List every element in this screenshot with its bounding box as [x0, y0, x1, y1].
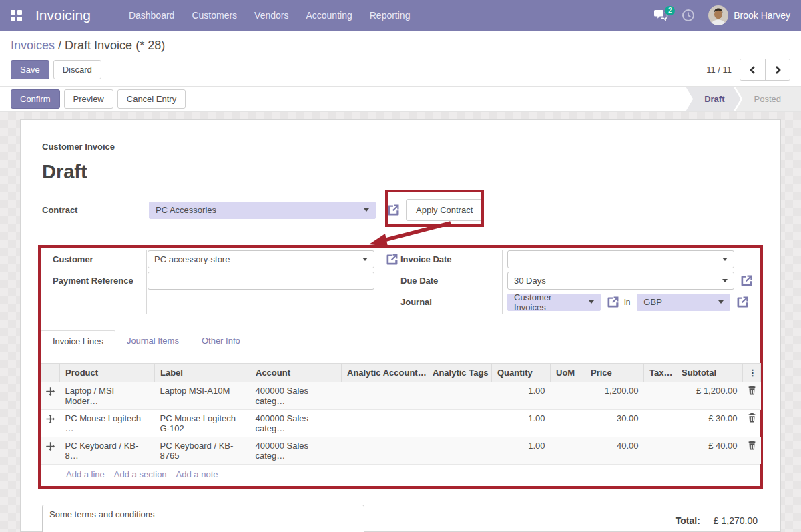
col-uom[interactable]: UoM [551, 364, 585, 382]
customer-select[interactable]: PC accessory-store [148, 250, 374, 268]
drag-handle-icon[interactable] [46, 386, 55, 396]
delete-row-icon[interactable] [748, 441, 756, 450]
delete-row-icon[interactable] [748, 413, 756, 423]
due-date-external-link-icon[interactable] [741, 275, 752, 286]
cell-uom[interactable] [551, 437, 585, 465]
cell-price[interactable]: 1,200.00 [585, 382, 644, 410]
contract-external-link-icon[interactable] [388, 204, 399, 216]
col-label[interactable]: Label [155, 364, 250, 382]
status-posted[interactable]: Posted [736, 87, 801, 111]
tab-other-info[interactable]: Other Info [190, 330, 252, 352]
terms-textarea[interactable]: Some terms and conditions [42, 505, 364, 532]
user-menu[interactable]: Brook Harvey [708, 5, 790, 25]
col-quantity[interactable]: Quantity [492, 364, 551, 382]
col-analytic-tags[interactable]: Analytic Tags [427, 364, 492, 382]
cell-quantity[interactable]: 1.00 [492, 437, 551, 465]
journal-select[interactable]: Customer Invoices [507, 294, 601, 311]
apps-menu-icon[interactable] [11, 10, 22, 21]
cell-analytic-account[interactable] [342, 437, 427, 465]
statusbar: Draft Posted [686, 87, 801, 111]
table-row[interactable]: PC Keyboard / KB-8… PC Keyboard / KB-876… [41, 437, 761, 465]
payment-reference-label: Payment Reference [53, 276, 148, 286]
cell-quantity[interactable]: 1.00 [492, 382, 551, 410]
preview-button[interactable]: Preview [64, 89, 113, 109]
drag-handle-icon[interactable] [46, 441, 55, 451]
cancel-entry-button[interactable]: Cancel Entry [117, 89, 186, 109]
cell-tax[interactable] [644, 410, 676, 437]
app-title[interactable]: Invoicing [35, 7, 91, 23]
delete-row-icon[interactable] [748, 386, 756, 395]
activities-icon[interactable] [682, 9, 695, 22]
cell-quantity[interactable]: 1.00 [492, 410, 551, 437]
col-price[interactable]: Price [585, 364, 644, 382]
cell-label[interactable]: PC Mouse Logitech G-102 [155, 410, 250, 437]
cell-account[interactable]: 400000 Sales categ… [250, 437, 342, 465]
pager-previous-button[interactable] [740, 59, 765, 80]
cell-price[interactable]: 30.00 [585, 410, 644, 437]
cell-tax[interactable] [644, 437, 676, 465]
cell-label[interactable]: PC Keyboard / KB-8765 [155, 437, 250, 465]
customer-external-link-icon[interactable] [386, 254, 398, 265]
cell-account[interactable]: 400000 Sales categ… [250, 382, 342, 410]
add-a-line-link[interactable]: Add a line [66, 469, 105, 479]
cell-subtotal: £ 40.00 [676, 437, 743, 465]
cell-product[interactable]: PC Mouse Logitech … [60, 410, 155, 437]
cell-uom[interactable] [551, 410, 585, 437]
menu-reporting[interactable]: Reporting [361, 5, 419, 26]
journal-in-label: in [624, 298, 630, 307]
tab-invoice-lines[interactable]: Invoice Lines [41, 330, 115, 352]
col-product[interactable]: Product [60, 364, 155, 382]
menu-customers[interactable]: Customers [183, 5, 246, 26]
discard-button[interactable]: Discard [53, 60, 101, 79]
tab-journal-items[interactable]: Journal Items [115, 330, 190, 352]
confirm-button[interactable]: Confirm [11, 89, 60, 109]
chevron-down-icon [722, 279, 728, 282]
menu-accounting[interactable]: Accounting [297, 5, 360, 26]
cell-price[interactable]: 40.00 [585, 437, 644, 465]
main-menu: Dashboard Customers Vendors Accounting R… [120, 5, 419, 26]
document-type-label: Customer Invoice [42, 142, 759, 152]
journal-external-link-icon[interactable] [607, 296, 619, 308]
apply-contract-button[interactable]: Apply Contract [406, 199, 483, 221]
contract-select[interactable]: PC Accessories [149, 202, 376, 219]
invoice-date-select[interactable] [507, 250, 734, 268]
chevron-down-icon [718, 300, 724, 304]
cell-account[interactable]: 400000 Sales categ… [250, 410, 342, 437]
table-row[interactable]: PC Mouse Logitech … PC Mouse Logitech G-… [41, 410, 761, 437]
cell-product[interactable]: Laptop / MSI Moder… [60, 382, 155, 410]
menu-dashboard[interactable]: Dashboard [120, 5, 184, 26]
pager-next-button[interactable] [765, 59, 790, 80]
cell-analytic-account[interactable] [342, 382, 427, 410]
add-a-section-link[interactable]: Add a section [114, 469, 167, 479]
table-footer-links: Add a line Add a section Add a note [41, 464, 760, 486]
col-analytic-account[interactable]: Analytic Account… [342, 364, 427, 382]
cell-uom[interactable] [551, 382, 585, 410]
add-a-note-link[interactable]: Add a note [176, 469, 218, 479]
save-button[interactable]: Save [11, 60, 49, 79]
optional-columns-icon[interactable]: ⋮ [743, 364, 761, 382]
currency-select[interactable]: GBP [637, 294, 730, 311]
col-account[interactable]: Account [250, 364, 342, 382]
cell-analytic-tags[interactable] [427, 382, 492, 410]
pager-buttons [740, 59, 790, 81]
col-subtotal[interactable]: Subtotal [676, 364, 743, 382]
menu-vendors[interactable]: Vendors [246, 5, 297, 26]
external-link-icon [737, 296, 748, 308]
cell-tax[interactable] [644, 382, 676, 410]
due-date-select[interactable]: 30 Days [507, 272, 734, 290]
col-tax[interactable]: Tax… [644, 364, 676, 382]
table-row[interactable]: Laptop / MSI Moder… Laptop MSI-A10M 4000… [41, 382, 761, 410]
payment-reference-input[interactable] [148, 272, 374, 290]
drag-handle-icon[interactable] [46, 413, 55, 423]
cell-analytic-tags[interactable] [427, 437, 492, 465]
cell-subtotal: £ 1,200.00 [676, 382, 743, 410]
col-drag-handle [41, 364, 60, 382]
currency-external-link-icon[interactable] [737, 296, 748, 308]
breadcrumb-invoices-link[interactable]: Invoices [11, 39, 55, 52]
cell-analytic-tags[interactable] [427, 410, 492, 437]
cell-analytic-account[interactable] [342, 410, 427, 437]
cell-product[interactable]: PC Keyboard / KB-8… [60, 437, 155, 465]
messages-icon[interactable]: 2 [654, 10, 668, 21]
status-draft[interactable]: Draft [686, 87, 740, 111]
cell-label[interactable]: Laptop MSI-A10M [155, 382, 250, 410]
